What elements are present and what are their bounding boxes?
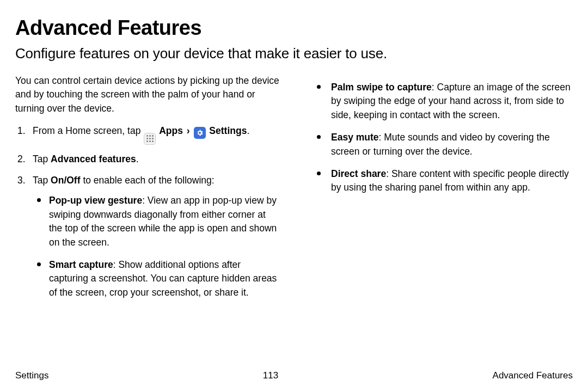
list-item: Smart capture: Show additional options a… [33, 258, 281, 299]
left-column: You can control certain device actions b… [15, 74, 281, 308]
features-list-right: Palm swipe to capture: Capture an image … [307, 81, 573, 195]
list-item: Easy mute: Mute sounds and video by cove… [307, 131, 573, 158]
feature-name: Direct share [331, 168, 386, 179]
page-title: Advanced Features [15, 16, 573, 40]
feature-name: Easy mute [331, 132, 379, 143]
footer-right: Advanced Features [493, 370, 573, 381]
feature-name: Pop-up view gesture [49, 195, 142, 206]
step-2-bold: Advanced features [51, 154, 136, 164]
page-subtitle: Configure features on your device that m… [15, 45, 573, 62]
page-footer: Settings 113 Advanced Features [15, 370, 573, 381]
apps-icon [144, 133, 156, 145]
step-2: Tap Advanced features. [15, 152, 281, 166]
list-item: Palm swipe to capture: Capture an image … [307, 81, 573, 122]
list-item: Pop-up view gesture: View an app in pop-… [33, 194, 281, 249]
steps-list: From a Home screen, tap Apps › Settings.… [15, 124, 281, 299]
list-item: Direct share: Share content with specifi… [307, 167, 573, 195]
right-column: Palm swipe to capture: Capture an image … [307, 74, 573, 308]
feature-name: Smart capture [49, 259, 113, 270]
step-3-bold: On/Off [51, 175, 80, 186]
step-3: Tap On/Off to enable each of the followi… [15, 174, 281, 299]
feature-name: Palm swipe to capture [331, 82, 432, 93]
step-1-text-a: From a Home screen, tap [33, 125, 143, 136]
settings-label: Settings [209, 125, 247, 136]
features-list-left: Pop-up view gesture: View an app in pop-… [33, 194, 281, 299]
settings-icon [194, 127, 206, 139]
footer-left: Settings [15, 370, 48, 381]
step-1: From a Home screen, tap Apps › Settings. [15, 124, 281, 145]
step-3-text-a: Tap [33, 175, 51, 186]
footer-page-number: 113 [263, 370, 278, 381]
step-2-end: . [136, 154, 139, 164]
breadcrumb-separator: › [187, 125, 190, 136]
intro-paragraph: You can control certain device actions b… [15, 74, 281, 115]
step-1-end: . [247, 125, 249, 136]
step-2-text-a: Tap [33, 154, 51, 164]
content-columns: You can control certain device actions b… [15, 74, 573, 308]
step-3-text-c: to enable each of the following: [81, 175, 215, 186]
apps-label: Apps [159, 125, 183, 136]
